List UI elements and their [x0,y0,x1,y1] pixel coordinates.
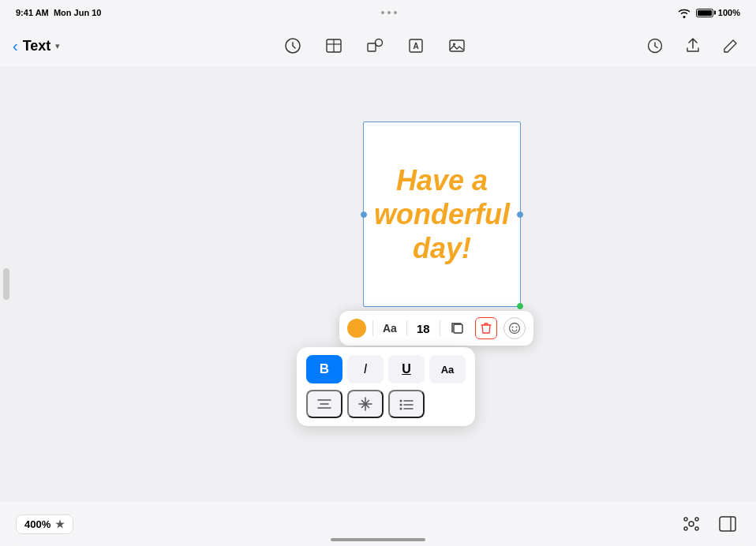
font-style-button[interactable]: Aa [380,320,400,336]
share-icon[interactable] [680,33,705,58]
canvas-area[interactable]: Have a wonderful day! Aa 18 [0,66,756,502]
color-picker-button[interactable] [347,319,366,338]
svg-point-30 [695,518,698,521]
svg-point-22 [400,400,402,402]
status-time: 9:41 AM Mon Jun 10 [16,8,101,17]
toolbar-left: ‹ Text ▾ [13,38,107,54]
sidebar-icon[interactable] [715,511,740,537]
resize-handle-right[interactable] [517,211,523,218]
underline-button[interactable]: U [388,355,425,383]
text-box-container: Have a wonderful day! [363,122,521,307]
ctx-divider-2 [406,320,407,336]
distribute-button[interactable] [347,390,384,418]
toolbar-right [642,33,743,58]
status-dot-1 [381,11,384,14]
side-handle[interactable] [3,268,9,300]
status-right: 100% [677,6,740,20]
battery-body [696,9,713,17]
svg-point-26 [400,408,402,410]
title-dropdown-chevron[interactable]: ▾ [55,41,60,51]
svg-rect-11 [454,324,462,333]
ctx-divider-1 [372,320,373,336]
status-dot-3 [394,11,397,14]
svg-point-5 [376,39,383,47]
resize-handle-left[interactable] [361,211,367,218]
arrange-icon[interactable] [679,511,704,537]
status-dot-2 [387,11,391,14]
svg-text:A: A [413,42,418,50]
bottom-right-icons [679,511,740,537]
bookmark-icon[interactable]: ★ [55,518,65,530]
media-icon[interactable] [444,33,470,58]
text-box-content[interactable]: Have a wonderful day! [364,155,520,274]
svg-point-14 [515,327,517,328]
status-center-dots [381,11,397,14]
format-toolbar: B I U Aa [297,347,475,426]
zoom-label: 400% [24,518,51,530]
emoji-button[interactable] [503,317,526,339]
edit-pencil-icon[interactable] [280,33,305,58]
bold-button[interactable]: B [306,355,342,383]
duplicate-button[interactable] [447,319,469,338]
context-toolbar: Aa 18 [339,311,533,346]
align-center-button[interactable] [306,390,342,418]
table-icon[interactable] [321,33,346,58]
svg-point-28 [689,522,694,526]
svg-point-31 [684,527,687,530]
document-title: Text [23,38,51,54]
wifi-icon [677,6,691,20]
text-box[interactable]: Have a wonderful day! [363,122,521,307]
svg-rect-8 [450,40,464,51]
shapes-icon[interactable] [362,33,387,58]
home-indicator [331,538,425,541]
text-format-icon[interactable]: A [403,33,429,58]
pencil-edit-icon[interactable] [718,33,743,58]
svg-point-24 [400,404,402,406]
battery-indicator [696,9,713,17]
svg-rect-4 [368,43,376,51]
svg-rect-33 [720,517,735,531]
svg-point-29 [684,518,687,521]
font-picker-button[interactable]: Aa [429,355,466,383]
status-bar: 9:41 AM Mon Jun 10 100% [0,0,756,25]
bullets-button[interactable] [388,390,425,418]
format-row-2 [306,390,466,418]
svg-point-32 [695,527,698,530]
top-toolbar: ‹ Text ▾ [0,25,756,66]
ctx-divider-3 [440,320,440,336]
delete-button[interactable] [475,317,497,339]
font-size-display[interactable]: 18 [414,322,433,335]
resize-handle-bottom-right[interactable] [517,303,523,309]
svg-point-9 [453,43,455,46]
format-row-1: B I U Aa [306,355,466,383]
undo-icon[interactable] [642,33,668,58]
svg-point-13 [511,327,513,328]
battery-fill [698,10,712,16]
battery-percent: 100% [718,8,740,17]
toolbar-center: A [107,33,642,58]
back-button[interactable]: ‹ [13,38,18,54]
italic-button[interactable]: I [347,355,384,383]
zoom-badge[interactable]: 400% ★ [16,514,73,534]
